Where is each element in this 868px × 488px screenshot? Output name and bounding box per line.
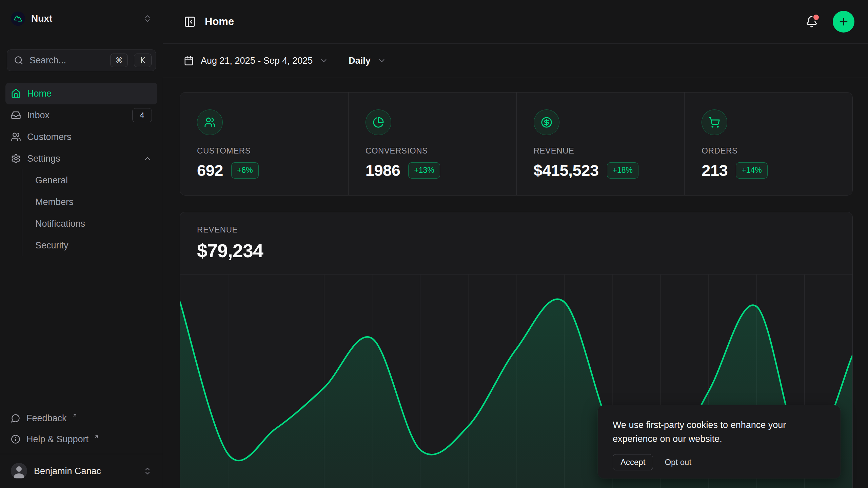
stat-label: CONVERSIONS	[366, 146, 499, 156]
sidebar-item-label: Inbox	[27, 110, 126, 121]
optout-cookies-button[interactable]: Opt out	[665, 458, 691, 467]
add-button[interactable]	[833, 11, 854, 33]
revenue-value: $79,234	[197, 240, 835, 262]
sub-item-label: Security	[35, 240, 68, 251]
inbox-icon	[11, 110, 21, 120]
collapse-sidebar-button[interactable]	[184, 16, 196, 28]
stat-card-revenue[interactable]: REVENUE $415,523 +18%	[516, 93, 685, 195]
workspace-switcher[interactable]: Nuxt	[0, 0, 163, 37]
stat-label: CUSTOMERS	[197, 146, 331, 156]
chevron-down-icon	[319, 56, 328, 65]
unfold-chevrons-icon	[143, 467, 152, 475]
stat-value: 1986	[366, 161, 400, 180]
stat-value: 213	[702, 161, 728, 180]
revenue-label: REVENUE	[197, 225, 835, 235]
sidebar-footer: Feedback Help & Support	[0, 408, 163, 454]
stat-label: ORDERS	[702, 146, 835, 156]
stat-card-conversions[interactable]: CONVERSIONS 1986 +13%	[348, 93, 516, 195]
stat-card-orders[interactable]: ORDERS 213 +14%	[684, 93, 852, 195]
sidebar-item-label: Settings	[27, 154, 137, 164]
page-title: Home	[205, 16, 234, 28]
cart-icon	[702, 109, 727, 135]
revenue-chart-header: REVENUE $79,234	[180, 212, 852, 262]
stat-label: REVENUE	[534, 146, 668, 156]
sidebar-item-general[interactable]: General	[35, 169, 157, 191]
gear-icon	[11, 154, 21, 164]
stat-value: $415,523	[534, 161, 599, 180]
sidebar-item-label: Home	[27, 88, 152, 99]
sidebar: Nuxt Search... ⌘ K Home Inbox 4	[0, 0, 163, 488]
inbox-count-badge: 4	[132, 108, 152, 122]
sidebar-item-customers[interactable]: Customers	[5, 126, 157, 148]
stat-value: 692	[197, 161, 223, 180]
cookie-actions: Accept Opt out	[613, 454, 826, 470]
users-icon	[197, 109, 223, 135]
user-name: Benjamin Canac	[34, 466, 136, 476]
sidebar-item-inbox[interactable]: Inbox 4	[5, 104, 157, 126]
dollar-circle-icon	[534, 109, 559, 135]
info-circle-icon	[11, 434, 20, 444]
filters-toolbar: Aug 21, 2025 - Sep 4, 2025 Daily	[163, 44, 868, 78]
sidebar-item-settings[interactable]: Settings	[5, 148, 157, 169]
kbd-k: K	[134, 54, 152, 67]
nuxt-logo-icon	[11, 12, 25, 26]
users-icon	[11, 132, 21, 142]
header-actions	[804, 11, 854, 33]
pie-chart-icon	[366, 109, 391, 135]
stats-cards: CUSTOMERS 692 +6% CONVERSIONS 1986 +13% …	[180, 92, 853, 196]
sidebar-item-home[interactable]: Home	[5, 83, 157, 104]
calendar-icon	[184, 56, 194, 66]
chevron-up-icon	[143, 154, 152, 163]
stat-delta-badge: +18%	[607, 162, 638, 179]
date-range-value: Aug 21, 2025 - Sep 4, 2025	[201, 56, 313, 66]
stat-delta-badge: +6%	[231, 162, 259, 179]
sidebar-user-section: Benjamin Canac	[0, 454, 163, 488]
house-icon	[11, 88, 21, 99]
feedback-link[interactable]: Feedback	[11, 408, 152, 429]
cookie-banner: We use first-party cookies to enhance yo…	[598, 405, 841, 479]
top-header: Home	[163, 0, 868, 44]
accept-cookies-button[interactable]: Accept	[613, 454, 653, 470]
stat-card-customers[interactable]: CUSTOMERS 692 +6%	[180, 93, 348, 195]
avatar	[11, 463, 27, 479]
sidebar-nav: Home Inbox 4 Customers Settings Genera	[5, 83, 157, 256]
kbd-cmd: ⌘	[110, 54, 128, 67]
stat-delta-badge: +13%	[408, 162, 440, 179]
sidebar-item-label: Customers	[27, 132, 152, 142]
granularity-value: Daily	[349, 56, 371, 66]
settings-submenu: General Members Notifications Security	[22, 169, 157, 256]
notifications-button[interactable]	[804, 14, 820, 30]
search-input[interactable]: Search... ⌘ K	[7, 49, 156, 71]
notification-dot	[812, 14, 820, 21]
sub-item-label: Notifications	[35, 219, 85, 229]
workspace-name: Nuxt	[31, 13, 52, 24]
search-placeholder: Search...	[29, 55, 104, 66]
chevron-down-icon	[377, 56, 386, 65]
help-support-label: Help & Support	[26, 434, 88, 445]
help-support-link[interactable]: Help & Support	[11, 429, 152, 450]
unfold-chevrons-icon	[143, 14, 152, 23]
chat-bubble-icon	[11, 413, 20, 423]
cookie-message: We use first-party cookies to enhance yo…	[613, 418, 826, 446]
stat-delta-badge: +14%	[736, 162, 767, 179]
date-range-picker[interactable]: Aug 21, 2025 - Sep 4, 2025	[184, 56, 328, 66]
sub-item-label: General	[35, 175, 68, 186]
external-link-arrow-icon	[72, 413, 77, 418]
user-menu[interactable]: Benjamin Canac	[0, 454, 163, 488]
granularity-select[interactable]: Daily	[349, 56, 386, 66]
external-link-arrow-icon	[94, 434, 99, 439]
sidebar-item-notifications[interactable]: Notifications	[35, 213, 157, 235]
feedback-label: Feedback	[26, 413, 67, 424]
sub-item-label: Members	[35, 197, 74, 207]
search-icon	[14, 56, 23, 65]
sidebar-item-security[interactable]: Security	[35, 235, 157, 256]
sidebar-item-members[interactable]: Members	[35, 191, 157, 213]
